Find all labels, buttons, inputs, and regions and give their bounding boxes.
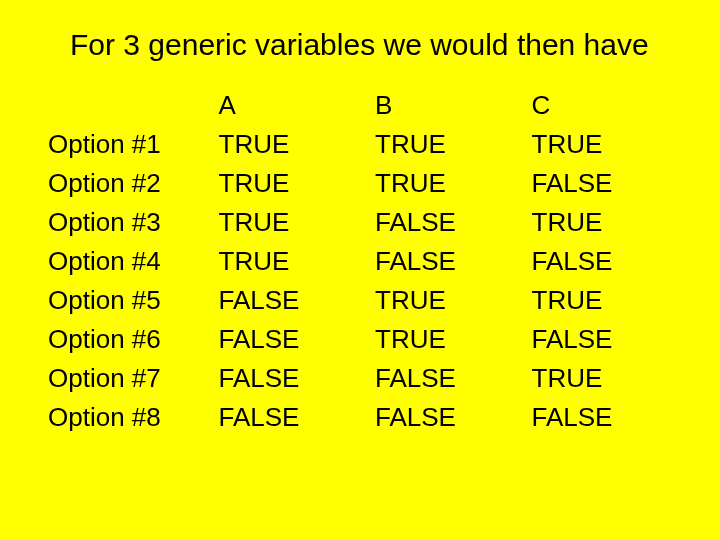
cell-a: TRUE: [211, 164, 367, 203]
cell-a: FALSE: [211, 281, 367, 320]
table-header-c: C: [524, 86, 681, 125]
row-label: Option #7: [40, 359, 211, 398]
cell-b: FALSE: [367, 242, 523, 281]
cell-a: FALSE: [211, 398, 367, 437]
cell-c: FALSE: [524, 164, 681, 203]
cell-b: FALSE: [367, 398, 523, 437]
cell-c: TRUE: [524, 281, 681, 320]
cell-a: TRUE: [211, 125, 367, 164]
table-row: Option #7 FALSE FALSE TRUE: [40, 359, 680, 398]
table-header-b: B: [367, 86, 523, 125]
table-row: Option #1 TRUE TRUE TRUE: [40, 125, 680, 164]
cell-a: TRUE: [211, 203, 367, 242]
cell-b: FALSE: [367, 359, 523, 398]
table-row: Option #8 FALSE FALSE FALSE: [40, 398, 680, 437]
row-label: Option #1: [40, 125, 211, 164]
cell-c: TRUE: [524, 359, 681, 398]
cell-b: TRUE: [367, 164, 523, 203]
cell-c: TRUE: [524, 203, 681, 242]
table-row: Option #2 TRUE TRUE FALSE: [40, 164, 680, 203]
table-header-blank: [40, 86, 211, 125]
row-label: Option #4: [40, 242, 211, 281]
cell-c: FALSE: [524, 320, 681, 359]
row-label: Option #6: [40, 320, 211, 359]
cell-c: FALSE: [524, 242, 681, 281]
cell-c: TRUE: [524, 125, 681, 164]
cell-b: TRUE: [367, 320, 523, 359]
cell-a: FALSE: [211, 359, 367, 398]
table-row: Option #5 FALSE TRUE TRUE: [40, 281, 680, 320]
cell-c: FALSE: [524, 398, 681, 437]
cell-a: TRUE: [211, 242, 367, 281]
cell-b: FALSE: [367, 203, 523, 242]
row-label: Option #2: [40, 164, 211, 203]
cell-b: TRUE: [367, 125, 523, 164]
table-header-row: A B C: [40, 86, 680, 125]
row-label: Option #3: [40, 203, 211, 242]
table-header-a: A: [211, 86, 367, 125]
truth-table: A B C Option #1 TRUE TRUE TRUE Option #2…: [40, 86, 680, 437]
table-row: Option #4 TRUE FALSE FALSE: [40, 242, 680, 281]
cell-a: FALSE: [211, 320, 367, 359]
row-label: Option #5: [40, 281, 211, 320]
slide: For 3 generic variables we would then ha…: [0, 0, 720, 540]
page-title: For 3 generic variables we would then ha…: [70, 26, 670, 64]
cell-b: TRUE: [367, 281, 523, 320]
table-row: Option #3 TRUE FALSE TRUE: [40, 203, 680, 242]
row-label: Option #8: [40, 398, 211, 437]
table-row: Option #6 FALSE TRUE FALSE: [40, 320, 680, 359]
